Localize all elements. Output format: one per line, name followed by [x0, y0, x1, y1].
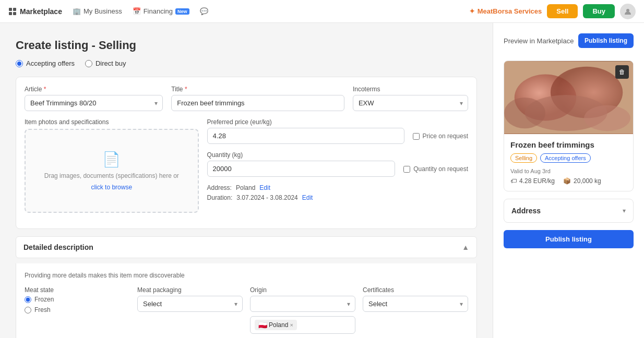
- remove-origin-poland[interactable]: ×: [290, 322, 293, 328]
- frozen-radio[interactable]: [25, 296, 31, 303]
- selling-tag: Selling: [510, 153, 537, 163]
- quantity-group: Quantity (kg): [207, 151, 396, 177]
- frozen-option[interactable]: Frozen: [25, 296, 130, 303]
- detailed-desc-title: Detailed description: [23, 243, 93, 251]
- address-label: Address:: [207, 184, 232, 191]
- quantity-label: Quantity (kg): [207, 151, 396, 159]
- preferred-price-group: Preferred price (eur/kg): [207, 118, 404, 144]
- meatborsa-icon: ✦: [469, 7, 475, 15]
- title-label: Title *: [171, 86, 344, 93]
- price-row: Preferred price (eur/kg) Price on reques…: [207, 118, 468, 144]
- incoterms-select-wrapper: EXW: [353, 95, 468, 111]
- briefcase-icon: 🏢: [73, 7, 81, 15]
- price-qty-group: Preferred price (eur/kg) Price on reques…: [207, 118, 468, 201]
- svg-point-9: [504, 98, 545, 128]
- upload-group: Item photos and specifications 📄 Drag im…: [25, 118, 199, 213]
- certificates-label: Certificates: [363, 286, 468, 294]
- sell-button[interactable]: Sell: [547, 4, 578, 18]
- fresh-radio[interactable]: [25, 307, 31, 313]
- quantity-on-request-option[interactable]: Quantity on request: [403, 165, 468, 173]
- detailed-desc-header[interactable]: Detailed description ▲: [16, 236, 477, 258]
- poland-flag-icon: 🇵🇱: [258, 321, 267, 329]
- fresh-option[interactable]: Fresh: [25, 306, 130, 313]
- meat-packaging-label: Meat packaging: [137, 286, 243, 294]
- weight-value: 20,000 kg: [574, 177, 601, 185]
- certificates-select-wrapper: Select: [363, 296, 468, 312]
- preview-tags: Selling Accepting offers: [510, 153, 627, 163]
- origin-group: Origin 🇵🇱 Poland ×: [250, 286, 355, 334]
- duration-value: 3.07.2024 - 3.08.2024: [236, 194, 297, 201]
- publish-top-button[interactable]: Publish listing: [578, 33, 634, 48]
- upload-area[interactable]: 📄 Drag images, documents (specifications…: [25, 129, 199, 213]
- title-required: *: [185, 86, 187, 93]
- price-on-request-option[interactable]: Price on request: [413, 132, 468, 140]
- preferred-price-input[interactable]: [207, 128, 404, 144]
- page-title: Create listing - Selling: [16, 39, 477, 52]
- publish-bottom-button[interactable]: Publish listing: [504, 230, 634, 248]
- quantity-on-request-wrapper: Quantity on request: [403, 151, 468, 177]
- packaging-select-wrapper: Select: [137, 296, 243, 312]
- address-section-header[interactable]: Address ▾: [511, 207, 626, 215]
- incoterms-group: Incoterms EXW: [353, 86, 468, 111]
- meat-details-row: Meat state Frozen Fresh: [25, 286, 468, 334]
- weight-icon: 📦: [563, 177, 571, 185]
- upload-label: Item photos and specifications: [25, 118, 199, 126]
- quantity-input[interactable]: [207, 161, 396, 177]
- upload-file-icon: 📄: [102, 151, 121, 168]
- form-area: Create listing - Selling Accepting offer…: [0, 23, 493, 338]
- weight-detail: 📦 20,000 kg: [563, 177, 601, 185]
- direct-buy-radio[interactable]: [85, 60, 92, 67]
- upload-link[interactable]: click to browse: [91, 184, 132, 191]
- my-business-nav[interactable]: 🏢 My Business: [73, 7, 122, 15]
- address-section: Address ▾: [504, 199, 634, 223]
- title-input[interactable]: [171, 95, 344, 111]
- preview-sidebar: Preview in Marketplace Publish listing: [493, 23, 644, 338]
- accepting-offers-radio[interactable]: [16, 60, 23, 67]
- svg-rect-3: [13, 12, 16, 15]
- buy-button[interactable]: Buy: [583, 4, 615, 18]
- meat-state-options: Frozen Fresh: [25, 296, 130, 313]
- price-on-request-checkbox[interactable]: [413, 133, 420, 140]
- upload-text: Drag images, documents (specifications) …: [44, 172, 179, 179]
- user-avatar[interactable]: [620, 4, 636, 19]
- certificates-group: Certificates Select: [363, 286, 468, 334]
- packaging-select[interactable]: Select: [137, 296, 243, 312]
- price-value: 4.28 EUR/kg: [519, 177, 555, 185]
- direct-buy-option[interactable]: Direct buy: [85, 59, 126, 67]
- origin-select[interactable]: [250, 296, 355, 312]
- listing-type-group: Accepting offers Direct buy: [16, 59, 477, 67]
- address-edit-link[interactable]: Edit: [259, 184, 270, 191]
- duration-edit-link[interactable]: Edit: [302, 194, 313, 201]
- accepting-offers-option[interactable]: Accepting offers: [16, 59, 75, 67]
- preview-image-svg: [504, 61, 633, 134]
- origin-select-wrapper: [250, 296, 355, 312]
- preview-info: Frozen beef trimmings Selling Accepting …: [504, 134, 633, 191]
- article-select[interactable]: Beef Trimmings 80/20: [25, 95, 163, 111]
- chevron-up-icon: ▲: [462, 243, 469, 251]
- article-required: *: [44, 86, 46, 93]
- marketplace-brand[interactable]: Marketplace: [8, 7, 62, 16]
- financing-nav[interactable]: 📅 Financing New: [133, 7, 189, 15]
- article-group: Article * Beef Trimmings 80/20: [25, 86, 163, 111]
- top-navigation: Marketplace 🏢 My Business 📅 Financing Ne…: [0, 0, 644, 23]
- address-row: Address: Poland Edit: [207, 184, 468, 191]
- quantity-row: Quantity (kg) Quantity on request: [207, 151, 468, 177]
- price-detail: 🏷 4.28 EUR/kg: [510, 177, 555, 185]
- meat-packaging-group: Meat packaging Select: [137, 286, 243, 334]
- preview-product-name: Frozen beef trimmings: [510, 140, 627, 149]
- origin-label: Origin: [250, 286, 355, 294]
- quantity-on-request-checkbox[interactable]: [403, 166, 410, 173]
- grid-icon: [8, 7, 17, 16]
- accepting-tag: Accepting offers: [540, 153, 591, 163]
- chat-nav[interactable]: 💬: [200, 7, 208, 15]
- svg-rect-2: [9, 12, 12, 15]
- incoterms-select[interactable]: EXW: [353, 95, 468, 111]
- detailed-desc-content: Providing more details makes this item m…: [16, 263, 477, 338]
- basic-info-section: Article * Beef Trimmings 80/20 Title *: [16, 77, 477, 229]
- main-layout: Create listing - Selling Accepting offer…: [0, 23, 644, 338]
- delete-image-button[interactable]: 🗑: [615, 65, 629, 79]
- certificates-select[interactable]: Select: [363, 296, 468, 312]
- preview-details: 🏷 4.28 EUR/kg 📦 20,000 kg: [510, 177, 627, 185]
- svg-rect-1: [13, 8, 16, 11]
- duration-row: Duration: 3.07.2024 - 3.08.2024 Edit: [207, 194, 468, 201]
